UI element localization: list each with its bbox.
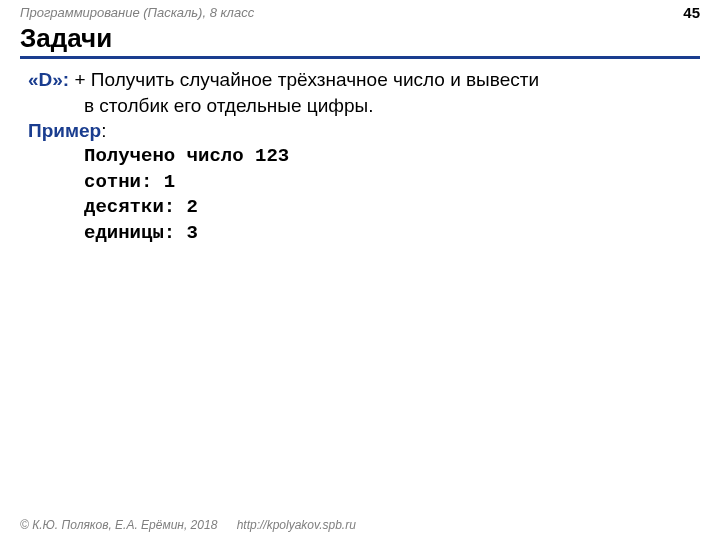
code-line: Получено число 123 [28,144,692,170]
task-description: «D»: + Получить случайное трёхзначное чи… [28,67,692,93]
task-text-line1: + Получить случайное трёхзначное число и… [69,69,539,90]
task-text-line2: в столбик его отдельные цифры. [28,93,692,119]
example-label: Пример [28,120,101,141]
footer: © К.Ю. Поляков, Е.А. Ерёмин, 2018 http:/… [20,518,356,532]
copyright-text: © К.Ю. Поляков, Е.А. Ерёмин, 2018 [20,518,217,532]
code-line: единицы: 3 [28,221,692,247]
task-label: «D»: [28,69,69,90]
code-line: десятки: 2 [28,195,692,221]
title-section: Задачи [0,23,720,59]
code-line: сотни: 1 [28,170,692,196]
example-header: Пример: [28,118,692,144]
content-area: «D»: + Получить случайное трёхзначное чи… [0,59,720,246]
example-colon: : [101,120,106,141]
page-title: Задачи [20,23,700,59]
page-number: 45 [683,4,700,21]
header-bar: Программирование (Паскаль), 8 класс 45 [0,0,720,23]
course-title: Программирование (Паскаль), 8 класс [20,5,254,20]
footer-url: http://kpolyakov.spb.ru [237,518,356,532]
